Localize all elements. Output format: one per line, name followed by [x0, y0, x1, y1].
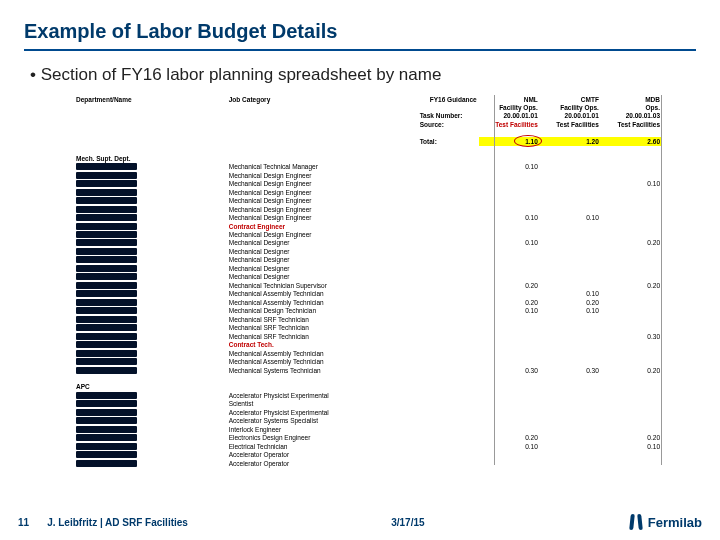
footer-date: 3/17/15 [391, 517, 424, 528]
logo-icon [628, 514, 644, 530]
page-number: 11 [18, 517, 29, 528]
bullet-text: Section of FY16 labor planning spreadshe… [30, 65, 696, 85]
spreadsheet-image: Department/NameJob CategoryFY16 Guidance… [74, 95, 662, 465]
footer-credit: J. Leibfritz | AD SRF Facilities [47, 517, 188, 528]
slide-footer: 11 J. Leibfritz | AD SRF Facilities 3/17… [18, 514, 702, 530]
fermilab-logo: Fermilab [628, 514, 702, 530]
slide-title: Example of Labor Budget Details [24, 20, 696, 51]
